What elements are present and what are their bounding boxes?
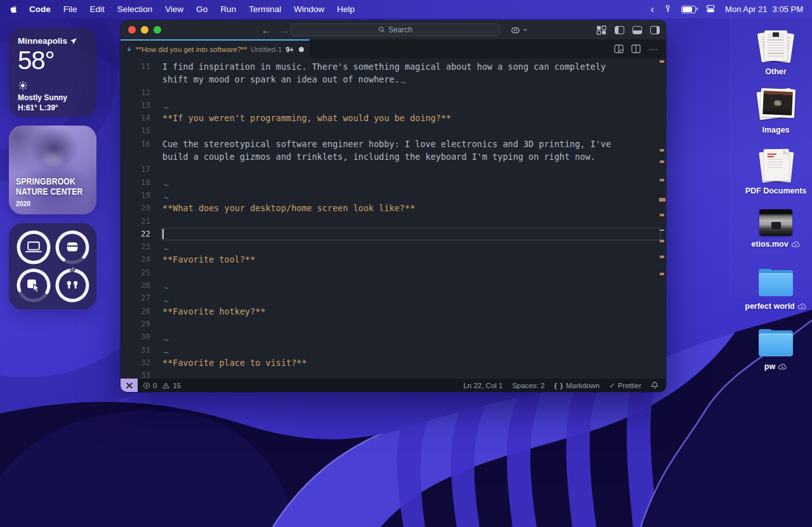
editor-line-14[interactable]: 14**If you weren't programming, what wou… (121, 112, 666, 124)
documents-stack-icon (756, 29, 796, 63)
indentation[interactable]: Spaces: 2 (512, 382, 544, 389)
copilot-menu-button[interactable] (510, 20, 528, 39)
code-text: **Favorite hotkey?** (162, 305, 266, 318)
battery-ring-macbook (15, 229, 52, 266)
formatter-status[interactable]: ✓ Prettier (609, 381, 641, 390)
editor-line-12[interactable]: 12 (121, 86, 666, 99)
trailing-whitespace-squiggle: ~ (164, 285, 169, 290)
desktop-stack-other[interactable]: Other (735, 29, 812, 76)
editor-line-wrap[interactable]: shift my mood or spark an idea out of no… (121, 73, 666, 86)
menu-view[interactable]: View (159, 4, 190, 14)
desktop-file-etios-mov[interactable]: etios.mov (735, 209, 812, 249)
menu-run[interactable]: Run (214, 4, 242, 14)
editor-line-18[interactable]: 18~ (121, 176, 666, 189)
key-icon[interactable] (664, 4, 672, 15)
line-number: 28 (121, 305, 150, 318)
menu-code[interactable]: Code (23, 4, 57, 14)
split-editor-grid-icon[interactable] (614, 44, 624, 53)
apple-menu-icon[interactable] (9, 4, 19, 15)
ruler-warning-marker (660, 256, 664, 258)
line-number: 22 (121, 228, 150, 240)
problems-button[interactable]: 0 15 (143, 382, 181, 389)
trailing-whitespace-squiggle: ~ (164, 299, 169, 304)
overview-ruler[interactable] (658, 58, 666, 379)
menu-help[interactable]: Help (331, 4, 361, 14)
text-cursor (162, 229, 164, 239)
display-icon[interactable] (705, 4, 716, 15)
editor-line-22[interactable]: 22 (121, 228, 666, 240)
tab-untitled-1[interactable]: **How did you get into software?** Untit… (121, 39, 310, 58)
editor-line-16[interactable]: 16Cue the stereotypical software enginee… (121, 138, 666, 150)
trailing-whitespace-squiggle: ~ (164, 337, 169, 342)
editor-line-20[interactable]: 20**What does your desktop/home screen l… (121, 202, 666, 214)
toggle-panel-icon[interactable] (632, 26, 642, 34)
desktop-stack-pdf-documents[interactable]: PDF Documents (735, 148, 812, 195)
editor-line-13[interactable]: 13~ (121, 99, 666, 112)
menu-terminal[interactable]: Terminal (242, 4, 287, 14)
remote-indicator-button[interactable] (121, 379, 138, 392)
notifications-bell-icon[interactable] (651, 381, 658, 389)
photo-widget[interactable]: SPRINGBROOK NATURE CENTER 2020 (9, 126, 96, 214)
ruler-warning-marker (660, 273, 664, 275)
editor-line-28[interactable]: 28**Favorite hotkey?** (121, 305, 666, 318)
editor-line-26[interactable]: 26~ (121, 279, 666, 292)
minimize-window-button[interactable] (141, 26, 148, 34)
line-number: 25 (121, 266, 150, 279)
editor-line-33[interactable]: 33 (121, 369, 666, 379)
editor-line-21[interactable]: 21 (121, 215, 666, 228)
batteries-widget[interactable] (9, 223, 96, 309)
desktop-folder-pw[interactable]: pw (735, 329, 812, 371)
editor-line-wrap[interactable]: build a couple gizmos and trinklets, inc… (121, 150, 666, 163)
command-center-search[interactable]: Search (291, 23, 500, 36)
customize-layout-icon[interactable] (596, 25, 606, 35)
editor-line-32[interactable]: 32**Favorite place to visit?** (121, 356, 666, 369)
editor-line-27[interactable]: 27~ (121, 292, 666, 304)
toggle-primary-sidebar-icon[interactable] (615, 26, 624, 34)
line-number: 19 (121, 189, 150, 202)
macbook-icon (26, 242, 41, 252)
cursor-position[interactable]: Ln 22, Col 1 (463, 382, 502, 389)
split-editor-icon[interactable] (631, 44, 641, 53)
desktop-stack-images[interactable]: Images (735, 88, 812, 134)
language-mode[interactable]: { } Markdown (554, 382, 600, 389)
editor-line-25[interactable]: 25 (121, 266, 666, 279)
menu-file[interactable]: File (57, 4, 84, 14)
editor-pane[interactable]: 11I find inspiration in music. There's s… (121, 58, 666, 379)
search-placeholder: Search (388, 25, 412, 34)
zoom-window-button[interactable] (154, 26, 161, 34)
line-number: 17 (121, 163, 150, 176)
toggle-secondary-sidebar-icon[interactable] (650, 26, 660, 34)
unsaved-changes-dot[interactable] (299, 47, 304, 52)
editor-line-17[interactable]: 17 (121, 163, 666, 176)
battery-ring-airpods-case (54, 229, 91, 266)
editor-line-15[interactable]: 15 (121, 124, 666, 137)
editor-line-24[interactable]: 24**Favorite tool?** (121, 253, 666, 266)
battery-icon[interactable] (681, 6, 696, 13)
menubar-date: Mon Apr 21 (725, 4, 768, 14)
menu-window[interactable]: Window (287, 4, 331, 14)
menu-selection[interactable]: Selection (111, 4, 159, 14)
editor-line-30[interactable]: 30~ (121, 330, 666, 343)
menu-go[interactable]: Go (190, 4, 214, 14)
braces-icon: { } (554, 382, 564, 389)
editor-line-29[interactable]: 29 (121, 318, 666, 330)
navigate-back-button[interactable]: ← (261, 25, 271, 36)
close-window-button[interactable] (128, 26, 136, 34)
window-titlebar[interactable]: ← → Search (121, 20, 666, 39)
editor-line-19[interactable]: 19~ (121, 189, 666, 202)
menu-edit[interactable]: Edit (84, 4, 111, 14)
more-actions-icon[interactable]: … (648, 47, 658, 51)
trailing-whitespace-squiggle: ~ (401, 80, 406, 85)
menubar-collapse-chevron-icon[interactable]: ‹ (650, 4, 654, 15)
ruler-warning-marker (660, 60, 664, 63)
error-count: 0 (153, 382, 157, 389)
editor-line-23[interactable]: 23~ (121, 240, 666, 253)
editor-line-31[interactable]: 31~ (121, 344, 666, 356)
icon-label: etios.mov (751, 240, 788, 249)
menubar-clock[interactable]: Mon Apr 21 3:05 PM (725, 4, 803, 14)
ruler-warning-marker (660, 179, 664, 181)
editor-line-11[interactable]: 11I find inspiration in music. There's s… (121, 60, 666, 73)
navigate-forward-button[interactable]: → (280, 25, 289, 36)
weather-widget[interactable]: Minneapolis 58° Mostly Sunny H:61° L:39° (9, 28, 96, 117)
desktop-folder-perfect-world[interactable]: perfect world (735, 269, 812, 311)
